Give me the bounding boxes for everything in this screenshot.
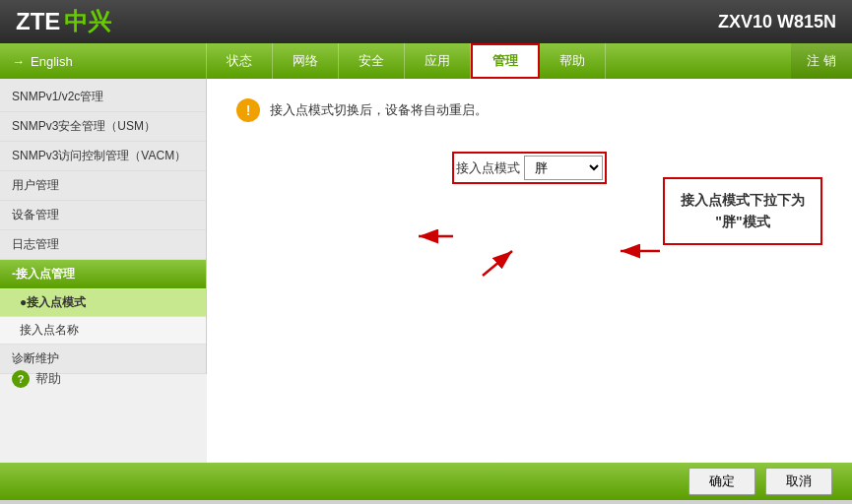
- ap-mode-select[interactable]: 胖 瘦: [524, 156, 603, 180]
- nav-item-manage[interactable]: 管理: [471, 43, 540, 79]
- sidebar-subitem-apmode[interactable]: ●接入点模式: [0, 289, 206, 317]
- warning-icon: !: [236, 98, 260, 122]
- nav-item-status[interactable]: 状态: [207, 43, 273, 79]
- bottom-bar: 中兴通讯股份有限公司版权所有©2011 ⑥亿速云: [0, 500, 852, 504]
- form-label: 接入点模式: [456, 159, 520, 177]
- header: ZTE中兴 ZXV10 W815N: [0, 0, 852, 43]
- nav-logout-button[interactable]: 注 销: [791, 43, 852, 79]
- sidebar: SNMPv1/v2c管理 SNMPv3安全管理（USM） SNMPv3访问控制管…: [0, 79, 207, 374]
- confirm-button[interactable]: 确定: [688, 468, 755, 495]
- nav-item-network[interactable]: 网络: [273, 43, 339, 79]
- logo-cn-text: 中兴: [64, 6, 111, 37]
- logo: ZTE中兴: [16, 6, 111, 37]
- content-area: ! 接入点模式切换后，设备将自动重启。 接入点模式 胖 瘦 接入点模式下拉下为 …: [207, 79, 852, 463]
- nav-item-security[interactable]: 安全: [339, 43, 405, 79]
- nav-lang-arrow-icon: →: [12, 54, 25, 69]
- annotation-line1: 接入点模式下拉下为: [681, 189, 805, 211]
- annotation-box: 接入点模式下拉下为 "胖"模式: [663, 177, 822, 245]
- sidebar-help-label: 帮助: [35, 370, 61, 388]
- annotation-line2: "胖"模式: [681, 211, 805, 232]
- sidebar-subitem-apname[interactable]: 接入点名称: [0, 317, 206, 345]
- sidebar-item-snmpv3security[interactable]: SNMPv3安全管理（USM）: [0, 112, 206, 142]
- nav-item-apps[interactable]: 应用: [405, 43, 471, 79]
- navbar: → English 状态 网络 安全 应用 管理 帮助 注 销: [0, 43, 852, 79]
- footer-bar: 确定 取消: [0, 463, 852, 500]
- nav-lang-button[interactable]: → English: [0, 43, 207, 79]
- nav-items: 状态 网络 安全 应用 管理 帮助: [207, 43, 791, 79]
- form-select-wrap: 接入点模式 胖 瘦: [452, 152, 607, 184]
- warning-bar: ! 接入点模式切换后，设备将自动重启。: [236, 98, 822, 122]
- sidebar-item-devicemgmt[interactable]: 设备管理: [0, 201, 206, 230]
- logo-zte-text: ZTE: [16, 8, 60, 35]
- sidebar-item-snmpv3access[interactable]: SNMPv3访问控制管理（VACM）: [0, 142, 206, 171]
- sidebar-item-apmgmt[interactable]: -接入点管理: [0, 260, 206, 289]
- svg-line-2: [483, 251, 512, 276]
- sidebar-item-logmgmt[interactable]: 日志管理: [0, 230, 206, 260]
- arrows-overlay: [207, 79, 852, 463]
- warning-text: 接入点模式切换后，设备将自动重启。: [270, 101, 488, 119]
- device-name: ZXV10 W815N: [718, 12, 836, 32]
- main-layout: SNMPv1/v2c管理 SNMPv3安全管理（USM） SNMPv3访问控制管…: [0, 79, 852, 463]
- sidebar-item-usermgmt[interactable]: 用户管理: [0, 171, 206, 201]
- nav-lang-label: English: [31, 54, 73, 69]
- sidebar-help-button[interactable]: ? 帮助: [0, 362, 207, 396]
- nav-item-help[interactable]: 帮助: [540, 43, 606, 79]
- sidebar-item-snmpv1[interactable]: SNMPv1/v2c管理: [0, 83, 206, 112]
- cancel-button[interactable]: 取消: [765, 468, 832, 495]
- sidebar-container: SNMPv1/v2c管理 SNMPv3安全管理（USM） SNMPv3访问控制管…: [0, 79, 207, 463]
- help-circle-icon: ?: [12, 370, 30, 388]
